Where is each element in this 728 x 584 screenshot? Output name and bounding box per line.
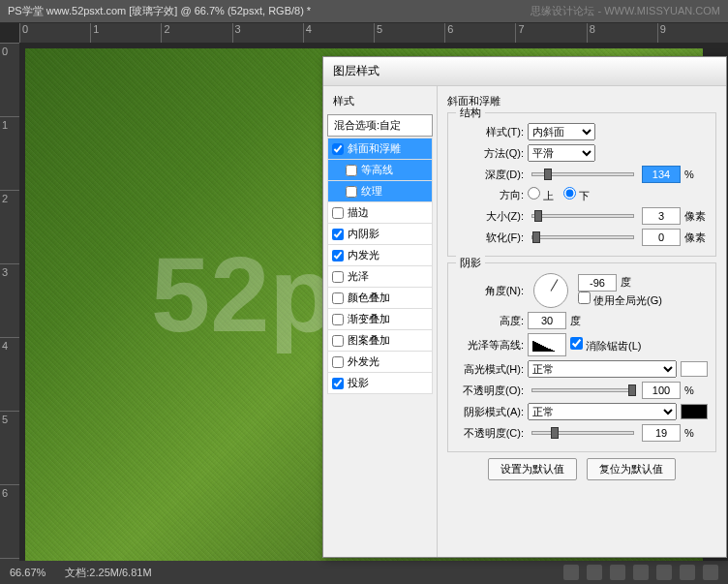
style-select[interactable]: 内斜面: [528, 123, 595, 140]
soften-slider[interactable]: [531, 235, 634, 239]
soften-input[interactable]: [642, 229, 681, 246]
status-icon[interactable]: [680, 565, 695, 580]
style-texture[interactable]: 纹理: [327, 180, 433, 202]
reset-default-button[interactable]: 复位为默认值: [587, 458, 676, 480]
section-title: 斜面和浮雕: [447, 94, 716, 108]
ruler-vertical[interactable]: 01234567: [0, 43, 19, 561]
stroke-checkbox[interactable]: [332, 207, 344, 219]
contour-checkbox[interactable]: [346, 165, 357, 176]
size-input[interactable]: [642, 207, 681, 225]
hl-opacity-input[interactable]: [642, 382, 681, 399]
status-icons: [563, 565, 718, 580]
direction-up[interactable]: 上: [528, 187, 554, 203]
gloss-contour[interactable]: [528, 333, 566, 356]
style-gradient-overlay[interactable]: 渐变叠加: [327, 308, 433, 330]
set-default-button[interactable]: 设置为默认值: [488, 458, 577, 480]
inner-glow-checkbox[interactable]: [332, 250, 344, 261]
depth-slider[interactable]: [531, 172, 634, 176]
drop-shadow-checkbox[interactable]: [332, 378, 344, 389]
titlebar: PS学堂 www.52psxt.com [玻璃字效] @ 66.7% (52ps…: [0, 0, 728, 23]
angle-wheel[interactable]: [533, 273, 568, 308]
status-icon[interactable]: [587, 565, 602, 580]
structure-group: 结构 样式(T):内斜面 方法(Q):平滑 深度(D):% 方向: 上 下 大小…: [447, 112, 716, 257]
dialog-title: 图层样式: [323, 57, 726, 86]
sh-opacity-input[interactable]: [642, 424, 681, 442]
settings-panel: 斜面和浮雕 结构 样式(T):内斜面 方法(Q):平滑 深度(D):% 方向: …: [438, 86, 726, 557]
style-drop-shadow[interactable]: 投影: [327, 372, 433, 394]
style-outer-glow[interactable]: 外发光: [327, 351, 433, 373]
sh-opacity-slider[interactable]: [531, 431, 634, 435]
status-icon[interactable]: [703, 565, 718, 580]
styles-list: 样式 混合选项:自定 斜面和浮雕 等高线 纹理 描边 内阴影 内发光 光泽 颜色…: [323, 86, 438, 557]
global-light-checkbox[interactable]: 使用全局光(G): [578, 294, 662, 306]
color-overlay-checkbox[interactable]: [332, 292, 344, 304]
texture-checkbox[interactable]: [346, 186, 357, 198]
hl-opacity-slider[interactable]: [531, 388, 634, 392]
antialias-checkbox[interactable]: 消除锯齿(L): [570, 337, 642, 353]
angle-input[interactable]: [578, 274, 617, 292]
outer-glow-checkbox[interactable]: [332, 356, 344, 368]
style-bevel-emboss[interactable]: 斜面和浮雕: [327, 138, 433, 160]
doc-size: 文档:2.25M/6.81M: [65, 566, 151, 580]
doc-title: PS学堂 www.52psxt.com [玻璃字效] @ 66.7% (52ps…: [8, 4, 311, 18]
highlight-color[interactable]: [681, 361, 708, 377]
ruler-horizontal[interactable]: 0123456789: [19, 23, 728, 43]
status-icon[interactable]: [633, 565, 649, 580]
highlight-mode-select[interactable]: 正常: [528, 360, 677, 378]
blend-options[interactable]: 混合选项:自定: [327, 114, 433, 137]
satin-checkbox[interactable]: [332, 271, 344, 283]
watermark: 思缘设计论坛 - WWW.MISSYUAN.COM: [531, 4, 720, 18]
gradient-overlay-checkbox[interactable]: [332, 314, 344, 325]
style-inner-glow[interactable]: 内发光: [327, 244, 433, 266]
layer-style-dialog: 图层样式 样式 混合选项:自定 斜面和浮雕 等高线 纹理 描边 内阴影 内发光 …: [322, 56, 727, 558]
pattern-overlay-checkbox[interactable]: [332, 335, 344, 347]
direction-down[interactable]: 下: [563, 187, 590, 203]
style-pattern-overlay[interactable]: 图案叠加: [327, 329, 433, 352]
style-color-overlay[interactable]: 颜色叠加: [327, 287, 433, 309]
bevel-checkbox[interactable]: [332, 143, 344, 155]
method-select[interactable]: 平滑: [528, 144, 595, 162]
zoom-level[interactable]: 66.67%: [10, 567, 46, 578]
status-icon[interactable]: [656, 565, 672, 580]
style-inner-shadow[interactable]: 内阴影: [327, 223, 433, 245]
status-icon[interactable]: [610, 565, 625, 580]
style-satin[interactable]: 光泽: [327, 265, 433, 288]
inner-shadow-checkbox[interactable]: [332, 229, 344, 240]
shadow-color[interactable]: [681, 404, 708, 419]
styles-header: 样式: [327, 90, 433, 112]
status-icon[interactable]: [563, 565, 579, 580]
size-slider[interactable]: [531, 214, 634, 218]
style-contour[interactable]: 等高线: [327, 159, 433, 181]
shadow-mode-select[interactable]: 正常: [528, 403, 677, 420]
depth-input[interactable]: [642, 166, 681, 183]
glass-text-layer: 52p: [151, 232, 335, 355]
statusbar: 66.67% 文档:2.25M/6.81M: [0, 561, 728, 584]
altitude-input[interactable]: [528, 312, 566, 329]
style-stroke[interactable]: 描边: [327, 201, 433, 224]
shadow-group: 阴影 角度(N):度 使用全局光(G) 高度:度 光泽等高线: 消除锯齿(L) …: [447, 262, 716, 452]
